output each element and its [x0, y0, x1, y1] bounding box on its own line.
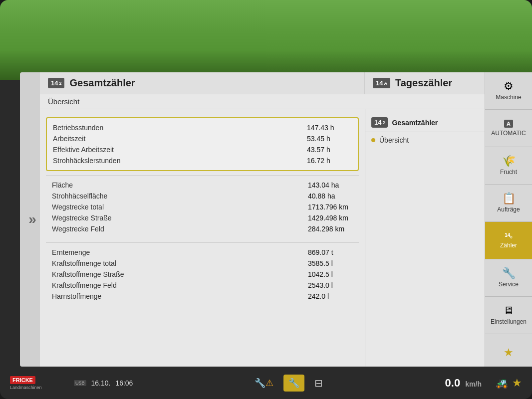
row-label: Fläche: [52, 181, 73, 189]
header-left: 14 2 Gesamtzähler: [40, 72, 365, 94]
active-dot: [371, 138, 375, 142]
ubersicht-bar: Übersicht: [40, 94, 485, 109]
speed-unit: km/h: [465, 380, 482, 388]
harvest-row: Kraftstoffmenge total3585.5 l: [52, 258, 353, 269]
zahler-label: Zähler: [500, 242, 517, 249]
row-label: Wegstrecke Feld: [52, 225, 104, 233]
row-value: 143.04 ha: [308, 181, 353, 189]
maschine-label: Maschine: [496, 94, 521, 101]
row-label: Erntemenge: [52, 248, 90, 256]
automatic-label: AUTOMATIC: [491, 130, 526, 137]
row-label: Effektive Arbeitszeit: [53, 146, 114, 154]
bottom-bar: FRICKE Landmaschinen USB 16.10. 16:06 🔧⚠…: [0, 367, 532, 399]
header-right: 14 A Tageszähler: [365, 72, 485, 94]
row-value: 16.72 h: [307, 157, 352, 165]
brand-sub: Landmaschinen: [10, 385, 70, 390]
highlight-row: Betriebsstunden147.43 h: [53, 122, 352, 133]
sidebar-item-frucht[interactable]: 🌾 Frucht: [485, 147, 532, 185]
sidebar-item-star[interactable]: ★: [485, 334, 532, 372]
date-label: 16.10.: [91, 379, 111, 387]
harvest-row: Kraftstoffmenge Straße1042.5 l: [52, 269, 353, 280]
row-value: 40.88 ha: [308, 192, 353, 200]
row-label: Kraftstoffmenge Straße: [52, 270, 124, 278]
row-value: 242.0 l: [308, 292, 353, 300]
area-section: Fläche143.04 haStrohhäcselfläche40.88 ha…: [46, 175, 359, 238]
frucht-icon: 🌾: [502, 156, 516, 167]
area-row: Wegstrecke Feld284.298 km: [52, 223, 353, 234]
bottom-icons: 🔧⚠ 🔧 ⊟: [133, 375, 445, 392]
warning-icon: 🔧⚠: [255, 378, 273, 389]
einstellungen-icon: 🖥: [503, 305, 514, 316]
rp-title: Gesamtzähler: [392, 119, 438, 127]
left-counter-badge: 14 2: [48, 78, 64, 88]
bottom-left-info: FRICKE Landmaschinen: [10, 376, 70, 390]
row-value: 1429.498 km: [308, 214, 353, 222]
right-panel-badge: 14 2: [371, 117, 388, 128]
right-panel-item[interactable]: Übersicht: [365, 132, 485, 148]
data-area: Betriebsstunden147.43 hArbeitszeit53.45 …: [40, 109, 485, 367]
rp-item-label: Übersicht: [379, 136, 409, 144]
sidebar-item-zahler[interactable]: 140 Zähler: [485, 222, 532, 259]
main-title: Gesamtzähler: [69, 77, 135, 89]
sidebar-item-maschine[interactable]: ⚙ Maschine: [485, 72, 532, 110]
sidebar: ⚙ Maschine A AUTOMATIC 🌾 Frucht 📋 Aufträ…: [485, 72, 532, 367]
row-label: Betriebsstunden: [53, 124, 103, 132]
speed-number: 0.0: [445, 377, 461, 389]
row-value: 869.07 t: [308, 248, 353, 256]
service-icon: 🔧: [502, 268, 516, 279]
right-counter-badge: 14 A: [373, 78, 390, 88]
brand-logo: FRICKE: [10, 376, 35, 384]
auftrage-label: Aufträge: [497, 206, 520, 213]
row-label: Kraftstoffmenge Feld: [52, 281, 117, 289]
area-row: Wegstrecke total1713.796 km: [52, 201, 353, 212]
sidebar-item-automatic[interactable]: A AUTOMATIC: [485, 110, 532, 147]
left-badge-number: 14: [51, 79, 58, 87]
right-badge-sup: A: [384, 81, 387, 86]
row-value: 3585.5 l: [308, 259, 353, 267]
row-value: 1713.796 km: [308, 203, 353, 211]
highlight-row: Effektive Arbeitszeit43.57 h: [53, 144, 352, 155]
nav-arrows: »: [28, 211, 36, 227]
header-row: 14 2 Gesamtzähler 14 A Tageszähler: [40, 72, 485, 94]
right-panel: 14 2 Gesamtzähler Übersicht: [365, 109, 485, 367]
row-value: 43.57 h: [307, 146, 352, 154]
row-label: Strohhäcselfläche: [52, 192, 107, 200]
tool-icon-yellow: 🔧: [283, 375, 304, 392]
row-value: 53.45 h: [307, 135, 352, 143]
time-label: 16:06: [115, 379, 133, 387]
automatic-badge: A: [504, 120, 513, 128]
rp-badge-num: 14: [374, 119, 381, 126]
row-label: Harnstoffmenge: [52, 292, 101, 300]
row-label: Wegstrecke Straße: [52, 214, 112, 222]
frucht-label: Frucht: [500, 169, 517, 176]
left-badge-sub: 2: [59, 81, 61, 86]
speed-value: 0.0 km/h: [445, 377, 482, 390]
row-value: 147.43 h: [307, 124, 352, 132]
row-value: 1042.5 l: [308, 270, 353, 278]
conveyor-icon: ⊟: [314, 377, 323, 389]
tractor-icon: 🚜: [496, 377, 508, 389]
sidebar-item-auftrage[interactable]: 📋 Aufträge: [485, 185, 532, 222]
highlight-row: Strohhäckslerstunden16.72 h: [53, 155, 352, 166]
row-value: 284.298 km: [308, 225, 353, 233]
main-content: 14 2 Gesamtzähler 14 A Tageszähler Übers…: [40, 72, 485, 367]
auftrage-icon: 📋: [502, 193, 516, 204]
bottom-star-icon[interactable]: ★: [512, 377, 522, 390]
einstellungen-label: Einstellungen: [491, 318, 527, 325]
row-label: Arbeitszeit: [53, 135, 85, 143]
area-row: Strohhäcselfläche40.88 ha: [52, 191, 353, 201]
highlight-row: Arbeitszeit53.45 h: [53, 133, 352, 144]
outer-frame: » 14 2 Gesamtzähler 14 A: [0, 0, 532, 399]
row-value: 2543.0 l: [308, 281, 353, 289]
datetime-display: 16.10. 16:06: [91, 379, 133, 387]
maschine-icon: ⚙: [504, 81, 514, 92]
data-left: Betriebsstunden147.43 hArbeitszeit53.45 …: [40, 109, 365, 367]
main-screen: 14 2 Gesamtzähler 14 A Tageszähler Übers…: [40, 72, 532, 367]
sidebar-item-einstellungen[interactable]: 🖥 Einstellungen: [485, 297, 532, 334]
right-title: Tageszähler: [395, 77, 452, 89]
usb-badge: USB: [74, 380, 86, 386]
service-label: Service: [499, 281, 519, 288]
highlight-box: Betriebsstunden147.43 hArbeitszeit53.45 …: [46, 117, 359, 171]
area-row: Fläche143.04 ha: [52, 180, 353, 191]
sidebar-item-service[interactable]: 🔧 Service: [485, 259, 532, 297]
